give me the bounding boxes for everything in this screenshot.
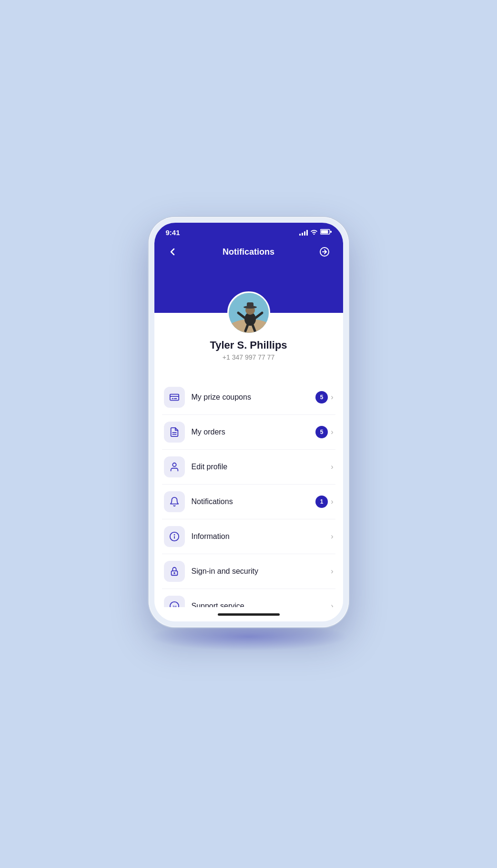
orders-icon-wrap: [164, 422, 185, 443]
security-right: ›: [331, 567, 333, 576]
security-icon-wrap: [164, 561, 185, 582]
support-label: Support service: [192, 602, 331, 607]
notifications-right: 1 ›: [315, 496, 333, 508]
orders-right: 5 ›: [315, 426, 333, 438]
battery-icon: [320, 229, 332, 236]
logout-button[interactable]: [316, 243, 333, 260]
information-label: Information: [192, 532, 331, 541]
prize-coupons-right: 5 ›: [315, 391, 333, 403]
home-bar: [218, 613, 280, 616]
user-phone: +1 347 997 77 77: [164, 353, 334, 361]
security-label: Sign-in and security: [192, 567, 331, 576]
status-time: 9:41: [166, 228, 180, 237]
status-bar: 9:41: [154, 223, 343, 239]
support-right: ›: [331, 602, 333, 607]
orders-badge: 5: [315, 426, 328, 438]
chevron-icon: ›: [331, 428, 333, 436]
svg-rect-16: [170, 394, 178, 401]
svg-rect-2: [330, 231, 332, 233]
edit-profile-label: Edit profile: [192, 463, 331, 471]
svg-point-28: [174, 573, 175, 574]
svg-rect-11: [247, 302, 254, 308]
back-button[interactable]: [164, 243, 181, 260]
profile-section: [154, 270, 343, 313]
phone-frame: 9:41: [149, 217, 349, 627]
menu-item-orders[interactable]: My orders 5 ›: [162, 415, 335, 450]
menu-item-information[interactable]: Information ›: [162, 519, 335, 554]
status-icons: [299, 229, 332, 236]
chevron-icon: ›: [331, 463, 333, 471]
menu-item-support[interactable]: 24 Support service ›: [162, 589, 335, 607]
orders-label: My orders: [192, 428, 316, 436]
information-icon-wrap: [164, 526, 185, 547]
menu-item-security[interactable]: Sign-in and security ›: [162, 554, 335, 589]
notifications-label: Notifications: [192, 497, 316, 506]
svg-point-22: [172, 463, 176, 466]
svg-point-26: [174, 535, 174, 535]
notifications-icon-wrap: [164, 491, 185, 512]
coupon-icon-wrap: [164, 387, 185, 408]
menu-list: My prize coupons 5 ›: [154, 380, 343, 607]
home-indicator: [154, 607, 343, 621]
information-right: ›: [331, 532, 333, 541]
menu-item-notifications[interactable]: Notifications 1 ›: [162, 485, 335, 519]
chevron-icon: ›: [331, 532, 333, 541]
edit-profile-right: ›: [331, 463, 333, 471]
svg-rect-1: [321, 230, 328, 234]
notifications-badge: 1: [315, 496, 328, 508]
prize-coupons-label: My prize coupons: [192, 393, 316, 402]
wifi-icon: [310, 229, 318, 236]
page-title: Notifications: [223, 247, 274, 257]
content-area: Tyler S. Phillips +1 347 997 77 77: [154, 313, 343, 607]
prize-coupons-badge: 5: [315, 391, 328, 403]
signal-icon: [299, 230, 308, 236]
edit-profile-icon-wrap: [164, 456, 185, 477]
chevron-icon: ›: [331, 497, 333, 506]
menu-item-edit-profile[interactable]: Edit profile ›: [162, 450, 335, 485]
menu-item-prize-coupons[interactable]: My prize coupons 5 ›: [162, 380, 335, 415]
chevron-icon: ›: [331, 567, 333, 576]
header: Notifications: [154, 239, 343, 270]
chevron-icon: ›: [331, 602, 333, 607]
support-icon-wrap: 24: [164, 596, 185, 607]
phone-screen: 9:41: [154, 223, 343, 621]
user-name: Tyler S. Phillips: [164, 339, 334, 351]
chevron-icon: ›: [331, 393, 333, 402]
avatar: [227, 291, 270, 334]
